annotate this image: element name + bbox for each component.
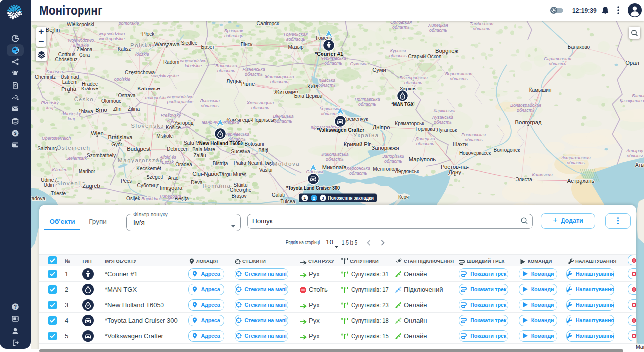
svg-text:Vaslui: Vaslui	[259, 167, 273, 173]
svg-text:Дону: Дону	[448, 169, 461, 175]
svg-text:3: 3	[322, 195, 324, 201]
svg-text:Орал: Орал	[625, 60, 639, 66]
svg-text:Суми: Суми	[372, 67, 386, 73]
svg-text:Атыр: Атыр	[635, 162, 644, 168]
svg-text:2: 2	[313, 195, 315, 201]
svg-text:Воронеж: Воронеж	[435, 48, 458, 54]
svg-text:Пінск: Пінск	[241, 42, 253, 47]
svg-text:Wien: Wien	[91, 130, 104, 136]
svg-text:Iași: Iași	[264, 160, 273, 166]
svg-text:Magyarország: Magyarország	[118, 157, 163, 163]
svg-text:Миколаїв: Миколаїв	[322, 164, 346, 170]
svg-text:Galați: Galați	[272, 192, 285, 198]
svg-text:Вінницькаобласть: Вінницькаобласть	[273, 114, 293, 124]
svg-text:Praha: Praha	[61, 86, 77, 92]
svg-text:Суботица: Суботица	[137, 183, 160, 188]
svg-text:Тамбовскаяобласть: Тамбовскаяобласть	[470, 21, 494, 31]
svg-text:Салігорск: Салігорск	[257, 21, 280, 26]
svg-text:Bălți: Bălți	[258, 148, 268, 153]
svg-text:Рівненськаобласть: Рівненськаобласть	[242, 67, 265, 77]
svg-text:Zalău: Zalău	[193, 153, 206, 158]
svg-text:Bistrița: Bistrița	[213, 161, 228, 166]
svg-text:Волгоград: Волгоград	[515, 119, 542, 125]
svg-text:Атырауоблысы: Атырауоблысы	[626, 148, 643, 158]
svg-text:Волгодонск: Волгодонск	[494, 147, 521, 153]
svg-text:Кременчук: Кременчук	[343, 116, 368, 122]
svg-text:małopolskie: małopolskie	[145, 95, 168, 100]
svg-text:*Volkswagen Crafter: *Volkswagen Crafter	[317, 127, 364, 133]
svg-text:Győr: Győr	[111, 142, 122, 147]
svg-text:Элиста: Элиста	[515, 177, 532, 182]
svg-text:łódzkie: łódzkie	[135, 52, 149, 57]
svg-text:Baia Mare: Baia Mare	[192, 147, 215, 152]
svg-text:Орловскаяобласть: Орловскаяобласть	[390, 20, 412, 30]
svg-text:Харківська: Харківська	[433, 108, 455, 113]
svg-text:Česko: Česko	[74, 96, 94, 102]
svg-text:Ostrava: Ostrava	[118, 93, 135, 98]
svg-text:Краматорськ: Краматорськ	[395, 121, 424, 126]
svg-text:Брэсцкаявобласць: Брэсцкаявобласць	[224, 28, 243, 38]
svg-text:Україна: Україна	[353, 132, 379, 138]
svg-text:Suceava: Suceava	[231, 149, 250, 154]
svg-text:Piatra Neamț: Piatra Neamț	[234, 160, 263, 166]
svg-text:Brno: Brno	[95, 107, 107, 113]
svg-text:Chemnitz: Chemnitz	[35, 74, 56, 80]
svg-text:Österreich: Österreich	[56, 145, 90, 151]
svg-text:Deva: Deva	[191, 180, 203, 185]
svg-text:Zlín: Zlín	[113, 106, 122, 112]
svg-text:Новочеркасск: Новочеркасск	[459, 150, 491, 156]
svg-text:Tulcea: Tulcea	[280, 199, 295, 204]
svg-text:Sachsen: Sachsen	[46, 69, 63, 74]
svg-text:Debrecen: Debrecen	[167, 146, 188, 152]
svg-text:Львівськаобласть: Львівськаобласть	[199, 98, 220, 108]
svg-text:*MAN TGX: *MAN TGX	[391, 101, 414, 107]
svg-text:Olomouc: Olomouc	[101, 98, 121, 104]
svg-text:Балаково: Балаково	[568, 44, 590, 50]
svg-text:Kärnten: Kärnten	[52, 167, 68, 172]
svg-text:Siedlce: Siedlce	[181, 40, 198, 46]
svg-text:Chósebuz: Chósebuz	[55, 57, 77, 62]
svg-text:świętokrzyskie: świętokrzyskie	[151, 73, 179, 78]
svg-text:Miskolc: Miskolc	[156, 133, 172, 139]
svg-text:Maribor: Maribor	[79, 169, 96, 174]
svg-text:Брэст: Брэст	[201, 44, 215, 50]
svg-text:Сумська: Сумська	[350, 61, 368, 66]
svg-text:Budapest: Budapest	[127, 146, 151, 152]
svg-text:Slovenija: Slovenija	[56, 180, 86, 186]
svg-text:Steiermark: Steiermark	[66, 156, 87, 161]
svg-text:Zagreb: Zagreb	[82, 183, 100, 189]
svg-text:Київ: Київ	[307, 83, 318, 89]
svg-text:Košice: Košice	[166, 125, 181, 130]
svg-text:Мелітополь: Мелітополь	[373, 166, 400, 172]
svg-text:Донецькаобласть: Донецькаобласть	[415, 136, 435, 146]
svg-text:Labem: Labem	[62, 79, 78, 85]
svg-text:Луцьк: Луцьк	[226, 78, 241, 84]
svg-text:Волинськаобласть: Волинськаобласть	[215, 63, 237, 73]
svg-text:Керч: Керч	[398, 194, 409, 200]
svg-text:Osijek: Osijek	[126, 196, 141, 201]
svg-text:Szeged: Szeged	[146, 175, 163, 180]
svg-text:Київськаобласть: Київськаобласть	[318, 78, 336, 88]
svg-text:?: ?	[13, 304, 16, 310]
svg-text:Katowice: Katowice	[137, 86, 160, 91]
svg-text:Moldova: Moldova	[273, 161, 300, 167]
svg-text:Udin: Udin	[44, 182, 54, 188]
svg-text:Pécs: Pécs	[121, 178, 132, 184]
svg-text:Шахти: Шахти	[453, 142, 468, 147]
svg-text:Полтавськаобласть: Полтавськаобласть	[355, 97, 380, 107]
svg-text:Kalisz: Kalisz	[118, 46, 131, 52]
svg-text:Timișoara: Timișoara	[159, 185, 183, 191]
svg-text:Запорізькаобласть: Запорізькаобласть	[382, 154, 404, 164]
svg-text:Ростовскаяобласть: Ростовскаяобласть	[461, 132, 486, 142]
svg-text:Гомельскаявобласць: Гомельскаявобласць	[284, 32, 308, 42]
svg-text:Zielona: Zielona	[77, 47, 93, 52]
svg-text:Oberösterreich: Oberösterreich	[42, 136, 71, 141]
svg-text:Мазыр: Мазыр	[288, 44, 304, 50]
svg-text:România: România	[202, 183, 231, 189]
svg-text:Trieste: Trieste	[51, 191, 66, 196]
svg-text:Salzburg: Salzburg	[37, 146, 57, 151]
svg-text:Kecskemét: Kecskemét	[136, 166, 161, 171]
svg-text:województwowielkopolskie: województwowielkopolskie	[99, 31, 125, 41]
svg-text:pomorskie: pomorskie	[118, 21, 139, 26]
svg-text:1: 1	[303, 195, 306, 201]
